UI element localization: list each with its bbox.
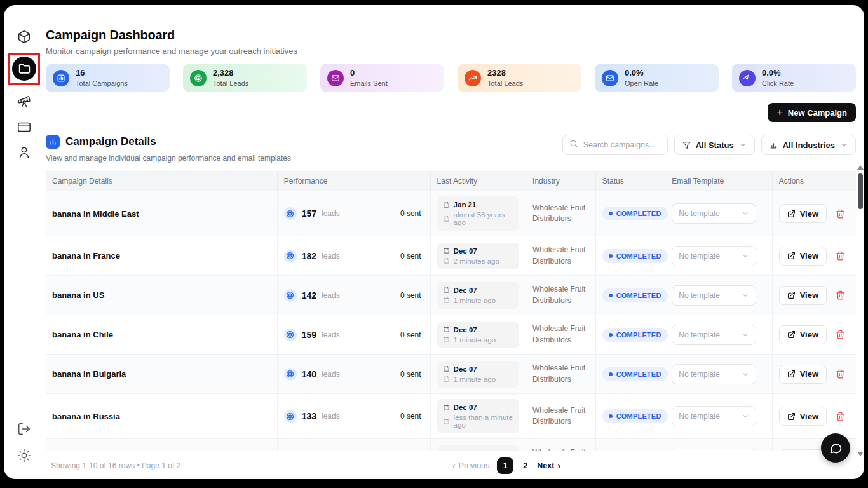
- email-template-select[interactable]: No template: [672, 285, 756, 306]
- view-button[interactable]: View: [779, 247, 827, 266]
- search-icon: [569, 139, 578, 151]
- sent-count: 0 sent: [400, 209, 421, 218]
- sidebar-item-campaigns folder-icon[interactable]: [12, 57, 36, 81]
- external-link-icon: [787, 412, 796, 421]
- campaign-details-header: Campaign Details View and manage individ…: [46, 135, 856, 163]
- activity-relative-time: almost 56 years ago: [454, 211, 513, 226]
- campaign-name: banana in Middle East: [52, 209, 139, 219]
- column-header: Last Activity: [431, 172, 526, 191]
- status-dot-icon: [609, 294, 613, 297]
- activity-date: Dec 07: [454, 403, 477, 411]
- view-button[interactable]: View: [779, 286, 827, 305]
- industry-filter-label: All Industries: [783, 140, 835, 150]
- new-campaign-button[interactable]: + New Campaign: [768, 103, 856, 122]
- scrollbar-thumb[interactable]: [858, 173, 863, 209]
- chat-widget-button chat-bubble-icon[interactable]: [821, 433, 850, 463]
- calendar-icon: [443, 336, 450, 343]
- chevron-left-icon: ‹: [452, 461, 456, 470]
- external-link-icon: [787, 210, 796, 218]
- section-title: Campaign Details: [65, 135, 156, 148]
- view-button[interactable]: View: [779, 365, 827, 384]
- view-button[interactable]: View: [779, 407, 827, 426]
- sidebar-item-billing credit-card-icon[interactable]: [17, 119, 32, 135]
- email-template-select[interactable]: No template: [672, 203, 756, 224]
- scroll-up-arrow-icon[interactable]: [857, 165, 864, 170]
- calendar-icon: [443, 297, 450, 304]
- status-badge: COMPLETED: [602, 207, 668, 220]
- industry-label: Wholesale Fruit Distributors: [532, 363, 589, 385]
- section-subtitle: View and manage individual campaign perf…: [46, 154, 291, 163]
- leads-count: 159: [302, 330, 316, 340]
- email-template-select[interactable]: No template: [672, 364, 756, 384]
- view-label: View: [800, 330, 818, 339]
- email-template-select[interactable]: No template: [672, 246, 756, 266]
- scroll-down-arrow-icon[interactable]: [857, 452, 864, 456]
- stat-card-click-rate: 0.0%Click Rate: [732, 64, 856, 92]
- status-filter-dropdown[interactable]: All Status: [674, 135, 755, 155]
- app-logo cube-logo-icon[interactable]: [17, 29, 32, 44]
- sidebar-item-discover telescope-icon[interactable]: [17, 94, 32, 109]
- last-activity-badge: Dec 07 1 minute ago: [437, 282, 519, 309]
- chevron-down-icon: [742, 292, 749, 299]
- funnel-icon: [682, 141, 691, 149]
- logout-button logout-icon[interactable]: [17, 421, 32, 437]
- delete-button trash-icon[interactable]: [836, 290, 845, 300]
- calendar-icon: [443, 257, 450, 264]
- previous-page-button[interactable]: ‹Previous: [452, 461, 489, 470]
- industry-label: Wholesale Fruit Distributors: [532, 405, 589, 428]
- last-activity-badge: Dec 07 2 minutes ago: [437, 243, 519, 269]
- delete-button trash-icon[interactable]: [836, 251, 845, 261]
- delete-button trash-icon[interactable]: [836, 209, 845, 219]
- delete-button trash-icon[interactable]: [836, 330, 845, 339]
- external-link-icon: [787, 252, 796, 260]
- page-1-button[interactable]: 1: [497, 458, 513, 474]
- campaign-name: banana in Chile: [52, 330, 113, 339]
- table-row: banana in Middle East 157 leads 0 sent J…: [46, 191, 856, 236]
- table-row: banana in France 182 leads 0 sent Dec 07…: [46, 236, 856, 276]
- next-page-button[interactable]: Next›: [537, 461, 560, 470]
- email-template-select[interactable]: No template: [672, 325, 756, 345]
- campaign-name: banana in US: [52, 290, 104, 300]
- campaign-name: banana in Bulgaria: [52, 369, 126, 379]
- activity-date: Dec 07: [454, 365, 477, 373]
- template-value: No template: [679, 252, 720, 261]
- stat-value: 2328: [487, 68, 523, 79]
- calendar-icon: [443, 215, 450, 222]
- search-input[interactable]: [583, 140, 661, 149]
- last-activity-badge: Dec 07 1 minute ago: [437, 322, 519, 348]
- view-button[interactable]: View: [779, 449, 827, 452]
- delete-button trash-icon[interactable]: [836, 412, 845, 421]
- chevron-down-icon: [742, 210, 749, 217]
- chevron-right-icon: ›: [557, 461, 560, 470]
- stat-value: 0: [350, 68, 388, 79]
- status-dot-icon: [609, 333, 613, 337]
- theme-toggle sun-icon[interactable]: [17, 448, 32, 463]
- view-button[interactable]: View: [779, 204, 827, 223]
- page-title: Campaign Dashboard: [46, 28, 856, 43]
- industry-filter-dropdown[interactable]: All Industries: [761, 135, 856, 155]
- calendar-icon: [443, 247, 450, 254]
- target-icon: [284, 410, 297, 423]
- template-value: No template: [679, 209, 720, 218]
- column-header: Campaign Details: [46, 172, 278, 191]
- view-button[interactable]: View: [779, 325, 827, 344]
- delete-button trash-icon[interactable]: [836, 369, 845, 379]
- leads-unit: leads: [322, 291, 340, 300]
- status-dot-icon: [609, 372, 613, 376]
- calendar-icon: [443, 287, 450, 294]
- calendar-icon: [443, 376, 450, 383]
- status-label: COMPLETED: [616, 292, 661, 299]
- sent-count: 0 sent: [400, 412, 421, 421]
- sent-count: 0 sent: [400, 291, 421, 300]
- status-badge: COMPLETED: [602, 328, 668, 342]
- activity-date: Dec 07: [454, 287, 477, 294]
- activity-relative-time: 2 minutes ago: [454, 257, 499, 265]
- stat-label: Click Rate: [762, 79, 794, 88]
- page-subtitle: Monitor campaign performance and manage …: [46, 46, 856, 56]
- mail-icon: [602, 70, 618, 86]
- sidebar-item-account user-icon[interactable]: [17, 145, 32, 160]
- calendar-icon: [443, 365, 450, 372]
- email-template-select[interactable]: No template: [672, 406, 756, 426]
- page-2-button[interactable]: 2: [521, 461, 529, 470]
- email-template-select[interactable]: No template: [672, 449, 756, 452]
